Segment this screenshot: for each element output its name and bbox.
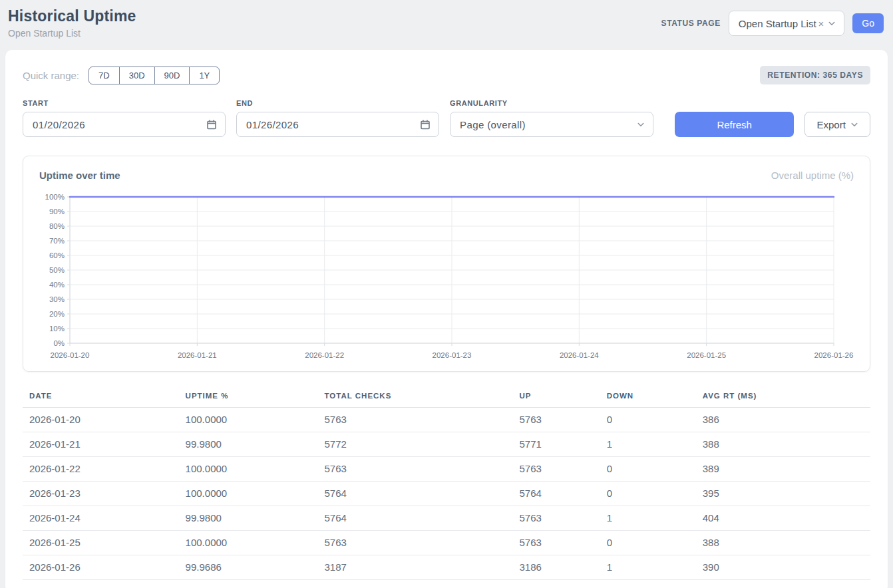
- table-cell: 3186: [520, 555, 607, 580]
- refresh-button[interactable]: Refresh: [675, 112, 794, 137]
- table-cell: 2026-01-23: [23, 482, 186, 506]
- end-date-field-group: END 01/26/2026: [236, 99, 439, 137]
- table-cell: 3187: [325, 555, 520, 580]
- chevron-down-icon: [850, 120, 858, 128]
- table-cell: 100.0000: [186, 457, 325, 482]
- svg-text:2026-01-24: 2026-01-24: [560, 351, 599, 359]
- filters-row: START 01/20/2026 END 01/26/2026 GRANULAR…: [23, 99, 870, 137]
- table-column-header: AVG RT (MS): [703, 388, 870, 408]
- table-cell: 5763: [520, 457, 607, 482]
- table-row: 2026-01-20100.0000576357630386: [23, 408, 870, 432]
- uptime-chart-card: Uptime over time Overall uptime (%) 0%10…: [23, 156, 870, 372]
- svg-text:10%: 10%: [49, 325, 65, 333]
- table-cell: 99.9800: [186, 506, 325, 531]
- quick-range-7d-button[interactable]: 7D: [89, 67, 120, 84]
- svg-text:2026-01-22: 2026-01-22: [305, 351, 344, 359]
- table-row: 2026-01-2499.9800576457631404: [23, 506, 870, 531]
- table-row: 2026-01-2699.9686318731861390: [23, 555, 870, 580]
- table-cell: 2026-01-25: [23, 531, 186, 555]
- svg-text:80%: 80%: [49, 222, 65, 230]
- table-cell: 5764: [325, 482, 520, 506]
- export-button[interactable]: Export: [804, 112, 870, 137]
- table-cell: 100.0000: [186, 408, 325, 432]
- svg-text:2026-01-25: 2026-01-25: [687, 351, 726, 359]
- svg-text:50%: 50%: [49, 266, 65, 274]
- quick-range-90d-button[interactable]: 90D: [154, 67, 190, 84]
- table-cell: 5772: [325, 432, 520, 457]
- table-cell: 2026-01-22: [23, 457, 186, 482]
- svg-text:2026-01-26: 2026-01-26: [814, 351, 854, 359]
- end-date-value: 01/26/2026: [246, 119, 299, 130]
- table-cell: 0: [607, 408, 703, 432]
- chevron-down-icon: [828, 19, 836, 27]
- table-row: 2026-01-23100.0000576457640395: [23, 482, 870, 506]
- svg-text:70%: 70%: [49, 237, 65, 245]
- table-cell: 5763: [325, 457, 520, 482]
- header-controls: STATUS PAGE Open Startup List × Go: [661, 11, 884, 36]
- table-cell: 2026-01-20: [23, 408, 186, 432]
- quick-range-1y-button[interactable]: 1Y: [189, 67, 220, 84]
- table-cell: 386: [703, 408, 870, 432]
- chart-header: Uptime over time Overall uptime (%): [39, 170, 854, 181]
- svg-text:40%: 40%: [49, 281, 65, 289]
- table-cell: 1: [607, 432, 703, 457]
- end-date-input[interactable]: 01/26/2026: [236, 112, 439, 137]
- clear-icon[interactable]: ×: [818, 18, 824, 29]
- status-page-selected-value: Open Startup List: [739, 18, 816, 29]
- table-cell: 99.9686: [186, 555, 325, 580]
- table-row: 2026-01-2199.9800577257711388: [23, 432, 870, 457]
- calendar-icon[interactable]: [420, 119, 431, 130]
- table-cell: 1: [607, 555, 703, 580]
- svg-text:2026-01-21: 2026-01-21: [178, 351, 217, 359]
- table-cell: 5763: [520, 408, 607, 432]
- table-cell: 395: [703, 482, 870, 506]
- svg-text:60%: 60%: [49, 251, 65, 259]
- page-subtitle: Open Startup List: [8, 28, 136, 39]
- uptime-line-chart: 0%10%20%30%40%50%60%70%80%90%100%2026-01…: [39, 190, 856, 363]
- top-header: Historical Uptime Open Startup List STAT…: [0, 0, 893, 50]
- table-cell: 5764: [520, 482, 607, 506]
- start-label: START: [23, 99, 226, 107]
- table-cell: 388: [703, 531, 870, 555]
- main-panel: Quick range: 7D 30D 90D 1Y RETENTION: 36…: [5, 50, 888, 588]
- start-date-input[interactable]: 01/20/2026: [23, 112, 226, 137]
- svg-text:30%: 30%: [49, 295, 65, 303]
- export-button-label: Export: [816, 119, 845, 130]
- table-cell: 5764: [325, 506, 520, 531]
- uptime-table: DATEUPTIME %TOTAL CHECKSUPDOWNAVG RT (MS…: [23, 388, 870, 580]
- table-cell: 0: [607, 531, 703, 555]
- retention-badge: RETENTION: 365 DAYS: [760, 66, 870, 84]
- svg-text:0%: 0%: [53, 339, 65, 347]
- status-page-select[interactable]: Open Startup List ×: [729, 11, 845, 36]
- svg-text:90%: 90%: [49, 208, 65, 216]
- table-cell: 389: [703, 457, 870, 482]
- status-page-label: STATUS PAGE: [661, 19, 721, 28]
- table-cell: 5763: [325, 408, 520, 432]
- svg-text:2026-01-23: 2026-01-23: [433, 351, 472, 359]
- go-button[interactable]: Go: [852, 13, 884, 33]
- table-cell: 388: [703, 432, 870, 457]
- table-cell: 390: [703, 555, 870, 580]
- table-cell: 0: [607, 457, 703, 482]
- table-cell: 100.0000: [186, 531, 325, 555]
- granularity-value: Page (overall): [460, 119, 526, 130]
- start-date-value: 01/20/2026: [33, 119, 85, 130]
- quick-range-30d-button[interactable]: 30D: [119, 67, 155, 84]
- table-cell: 2026-01-24: [23, 506, 186, 531]
- svg-text:100%: 100%: [45, 193, 65, 201]
- chart-title: Uptime over time: [39, 170, 120, 181]
- granularity-field-group: GRANULARITY Page (overall): [450, 99, 653, 137]
- table-cell: 5763: [325, 531, 520, 555]
- chart-legend: Overall uptime (%): [771, 170, 854, 181]
- granularity-select[interactable]: Page (overall): [450, 112, 653, 137]
- table-cell: 0: [607, 482, 703, 506]
- table-cell: 2026-01-26: [23, 555, 186, 580]
- quick-range-buttons: 7D 30D 90D 1Y: [89, 67, 220, 84]
- table-column-header: DATE: [23, 388, 186, 408]
- svg-text:2026-01-20: 2026-01-20: [51, 351, 90, 359]
- calendar-icon[interactable]: [206, 119, 217, 130]
- page-title: Historical Uptime: [8, 7, 136, 25]
- table-cell: 404: [703, 506, 870, 531]
- table-column-header: DOWN: [607, 388, 703, 408]
- table-row: 2026-01-25100.0000576357630388: [23, 531, 870, 555]
